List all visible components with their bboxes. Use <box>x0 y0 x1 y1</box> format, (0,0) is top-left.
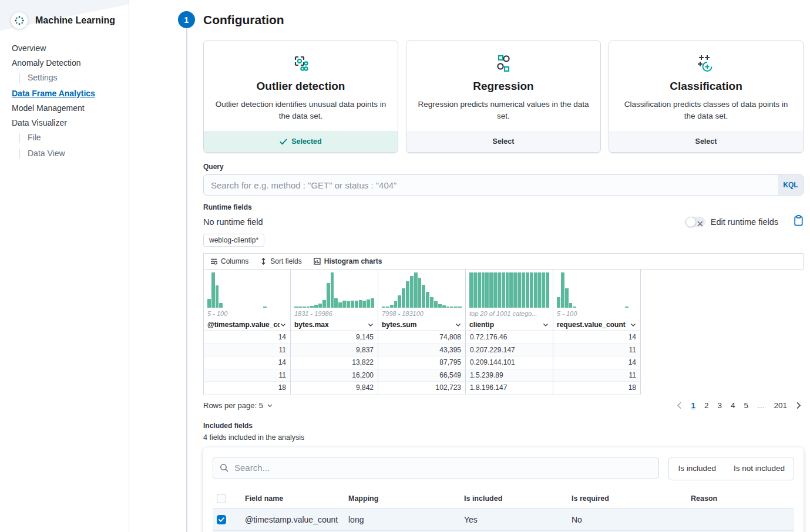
sort-fields-button-label: Sort fields <box>270 257 301 265</box>
field-filter-group: Is included Is not included <box>668 457 794 480</box>
bytes-sum-histogram <box>382 272 462 309</box>
sidebar-item-data-frame-analytics[interactable]: Data Frame Analytics <box>12 89 129 97</box>
sort-fields-button[interactable]: Sort fields <box>260 257 301 265</box>
column-name: @timestamp.value_count <box>207 321 280 329</box>
chevron-down-icon[interactable] <box>542 321 549 328</box>
chevron-down-icon <box>267 402 273 409</box>
sidebar-item-file[interactable]: File <box>19 133 129 143</box>
is-not-included-filter-button[interactable]: Is not included <box>725 457 794 480</box>
is-included-filter-button[interactable]: Is included <box>669 457 725 480</box>
grid-cell: 9,145 <box>291 331 378 344</box>
histogram-range: 7998 - 183100 <box>382 309 462 318</box>
table-row: 11 16,200 66,549 1.5.239.89 11 <box>203 369 804 382</box>
runtime-fields-label: Runtime fields <box>203 203 804 211</box>
query-input[interactable] <box>204 175 778 195</box>
columns-button[interactable]: Columns <box>210 257 248 265</box>
page-201[interactable]: 201 <box>774 401 787 410</box>
grid-cell: 74,808 <box>378 331 466 344</box>
card-outlier-detection[interactable]: Outlier detection Outlier detection iden… <box>203 41 398 153</box>
grid-cell: 66,549 <box>378 369 466 382</box>
page-3[interactable]: 3 <box>717 401 722 410</box>
card-classification[interactable]: Classification Classification predicts c… <box>609 41 804 153</box>
is-required-cell: No <box>572 515 691 524</box>
runtime-fields-status: No runtime field <box>203 217 685 227</box>
grid-cell: 9,842 <box>291 382 378 395</box>
fields-search-input[interactable] <box>234 463 652 473</box>
histogram-range: 1831 - 19986 <box>294 309 374 318</box>
mapping-cell: long <box>348 515 464 524</box>
copy-clipboard-icon[interactable] <box>794 215 804 228</box>
index-pattern-badge: weblog-clientip* <box>203 234 264 247</box>
edit-runtime-fields-toggle[interactable] <box>685 217 705 227</box>
histogram-range: 5 - 100 <box>207 309 287 318</box>
rows-per-page-label: Rows per page: 5 <box>203 401 263 410</box>
column-header-bytes-sum[interactable]: 7998 - 183100 bytes.sum <box>378 270 465 331</box>
histogram-range: top 20 of 1001 catego... <box>469 309 549 318</box>
sidebar-item-data-view[interactable]: Data View <box>19 149 129 159</box>
included-fields-panel: Is included Is not included Field name M… <box>203 447 804 532</box>
card-regression[interactable]: Regression Regression predicts numerical… <box>406 41 601 153</box>
app-title: Machine Learning <box>35 15 115 26</box>
sidebar-item-overview[interactable]: Overview <box>12 44 129 52</box>
header-field-name[interactable]: Field name <box>245 494 348 503</box>
sidebar-item-model-management[interactable]: Model Management <box>12 104 129 112</box>
header-reason[interactable]: Reason <box>691 494 794 503</box>
rows-per-page-button[interactable]: Rows per page: 5 <box>203 401 273 410</box>
column-header-clientip[interactable]: top 20 of 1001 catego... clientip <box>466 270 553 331</box>
column-header-request-value-count[interactable]: 5 - 100 request.value_count <box>553 270 640 331</box>
source-data-grid: Columns Sort fields Histogram charts <box>203 253 804 410</box>
page-5[interactable]: 5 <box>744 401 748 410</box>
main-content: 1 Configuration Outlier detecti <box>129 0 810 532</box>
sidebar-item-data-visualizer[interactable]: Data Visualizer <box>12 119 129 127</box>
sidebar-item-anomaly-detection[interactable]: Anomaly Detection <box>12 59 129 67</box>
card-classification-select-footer[interactable]: Select <box>609 131 803 152</box>
column-header-timestamp-value-count[interactable]: 5 - 100 @timestamp.value_count <box>204 270 290 331</box>
header-mapping[interactable]: Mapping <box>348 494 464 503</box>
histogram-charts-button-label: Histogram charts <box>324 257 382 265</box>
sidebar-item-settings[interactable]: Settings <box>19 73 129 83</box>
grid-cell: 11 <box>553 344 641 357</box>
header-is-required[interactable]: Is required <box>572 494 691 503</box>
grid-cell: 11 <box>203 344 291 357</box>
outlier-detection-icon <box>214 51 387 77</box>
query-bar: KQL <box>203 174 804 196</box>
header-is-included[interactable]: Is included <box>464 494 572 503</box>
chevron-down-icon[interactable] <box>630 321 637 328</box>
column-header-bytes-max[interactable]: 1831 - 19986 bytes.max <box>291 270 378 331</box>
grid-cell: 0.72.176.46 <box>466 331 553 344</box>
regression-icon <box>417 51 590 77</box>
page-2[interactable]: 2 <box>704 401 709 410</box>
card-outlier-footer-label: Selected <box>291 137 321 146</box>
analysis-type-cards: Outlier detection Outlier detection iden… <box>203 41 804 153</box>
grid-cell: 1.8.196.147 <box>466 382 553 395</box>
card-regression-footer-label: Select <box>493 137 515 146</box>
field-row-timestamp-value-count: @timestamp.value_count long Yes No <box>213 509 794 531</box>
step-connector-line <box>186 28 187 532</box>
chevron-right-icon[interactable] <box>796 402 801 409</box>
chevron-left-icon[interactable] <box>677 402 682 409</box>
card-regression-title: Regression <box>417 80 590 93</box>
histogram-charts-button[interactable]: Histogram charts <box>314 257 382 265</box>
card-classification-footer-label: Select <box>695 137 717 146</box>
grid-cell: 16,200 <box>291 369 378 382</box>
chevron-down-icon[interactable] <box>455 321 462 328</box>
grid-cell: 11 <box>203 369 291 382</box>
column-name: clientip <box>469 321 542 329</box>
fields-search-box <box>213 457 659 479</box>
chevron-down-icon[interactable] <box>367 321 374 328</box>
sidebar-nav: Overview Anomaly Detection Settings Data… <box>0 29 129 159</box>
kql-language-button[interactable]: KQL <box>778 175 803 195</box>
sort-icon <box>260 258 267 265</box>
chevron-down-icon[interactable] <box>280 321 287 328</box>
card-outlier-selected-footer[interactable]: Selected <box>204 131 398 152</box>
row-checkbox[interactable] <box>217 515 226 524</box>
toggle-knob <box>685 217 696 227</box>
page-1[interactable]: 1 <box>691 401 695 410</box>
column-name: request.value_count <box>557 321 630 329</box>
page-4[interactable]: 4 <box>731 401 735 410</box>
pagination: 1 2 3 4 5 … 201 <box>677 401 801 410</box>
grid-cell: 0.207.229.147 <box>466 344 553 357</box>
card-regression-select-footer[interactable]: Select <box>406 131 600 152</box>
select-all-checkbox[interactable] <box>217 494 226 503</box>
included-fields-label: Included fields <box>203 422 804 430</box>
